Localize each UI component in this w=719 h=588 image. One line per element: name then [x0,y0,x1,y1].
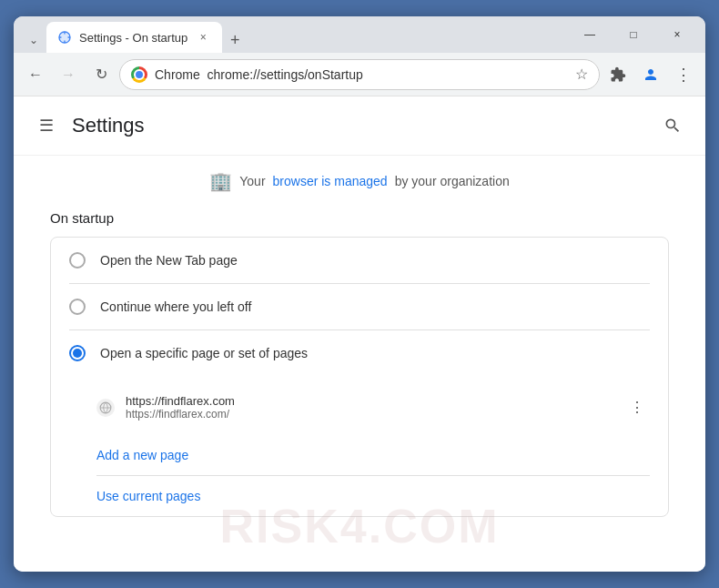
chrome-menu-button[interactable]: ⋮ [669,60,698,89]
nav-actions: ⋮ [603,60,698,89]
use-current-links-section: Use current pages [51,476,668,516]
action-links: Add a new page [51,435,668,475]
bookmark-icon[interactable]: ☆ [575,66,588,83]
option-specific-page-label: Open a specific page or set of pages [100,346,308,360]
settings-layout: ☰ Settings 🏢 Your browser is managed [14,96,705,572]
startup-url-section: https://findflarex.com https://findflare… [51,376,668,435]
window-controls: — □ × [569,20,698,49]
reload-button[interactable]: ↻ [86,60,116,89]
option-new-tab[interactable]: Open the New Tab page [51,238,668,283]
browser-window: ⌄ Settings - On startup × + — □ × ← → ↻ [14,16,705,572]
option-specific-page[interactable]: Open a specific page or set of pages [51,330,668,376]
url-favicon-icon [96,399,115,417]
active-tab[interactable]: Settings - On startup × [46,22,222,53]
page-content: ☰ Settings 🏢 Your browser is managed [14,96,705,572]
hamburger-menu-icon[interactable]: ☰ [32,111,61,140]
title-bar: ⌄ Settings - On startup × + — □ × [14,16,705,53]
use-current-pages-link[interactable]: Use current pages [96,480,650,512]
tab-dropdown-button[interactable]: ⌄ [21,27,46,53]
url-entry: https://findflarex.com https://findflare… [96,387,650,428]
page-title: Settings [72,114,145,137]
radio-new-tab[interactable] [69,252,86,269]
tab-list: ⌄ Settings - On startup × + [21,16,565,53]
settings-content: 🏢 Your browser is managed by your organi… [14,156,705,532]
tab-title: Settings - On startup [79,31,187,45]
startup-options-card: Open the New Tab page Continue where you… [50,237,669,517]
building-icon: 🏢 [209,170,232,192]
settings-main: ☰ Settings 🏢 Your browser is managed [14,96,705,572]
new-tab-button[interactable]: + [222,27,248,53]
maximize-button[interactable]: □ [613,20,654,49]
settings-header: ☰ Settings [14,96,705,156]
option-continue[interactable]: Continue where you left off [51,284,668,329]
option-continue-label: Continue where you left off [100,299,251,314]
address-bar[interactable]: Chrome chrome://settings/onStartup ☆ [119,59,600,90]
managed-text-after: by your organization [395,174,510,188]
radio-continue[interactable] [69,299,86,315]
managed-text-before: Your [239,174,265,188]
address-text: Chrome chrome://settings/onStartup [155,67,568,82]
profile-button[interactable] [636,60,665,89]
close-button[interactable]: × [656,20,698,49]
managed-link[interactable]: browser is managed [273,174,388,188]
chrome-logo-icon [131,66,147,83]
chrome-label: Chrome [155,67,200,82]
settings-search-button[interactable] [658,111,687,140]
url-menu-button[interactable]: ⋮ [624,395,650,421]
option-new-tab-label: Open the New Tab page [100,253,238,268]
section-title: On startup [50,210,669,226]
tab-close-button[interactable]: × [195,29,211,46]
url-main-text: https://findflarex.com [126,394,613,408]
managed-banner: 🏢 Your browser is managed by your organi… [50,170,669,192]
back-button[interactable]: ← [21,60,50,89]
tab-favicon [57,30,72,45]
add-new-page-link[interactable]: Add a new page [96,439,650,471]
radio-specific-page[interactable] [69,345,86,361]
url-text: chrome://settings/onStartup [208,67,363,82]
url-sub-text: https://findflarex.com/ [126,408,613,421]
navigation-bar: ← → ↻ Chrome chrome://settings/onStartup… [14,53,705,96]
extensions-button[interactable] [603,60,633,89]
url-text-block: https://findflarex.com https://findflare… [126,394,613,421]
forward-button[interactable]: → [54,60,83,89]
minimize-button[interactable]: — [569,20,611,49]
